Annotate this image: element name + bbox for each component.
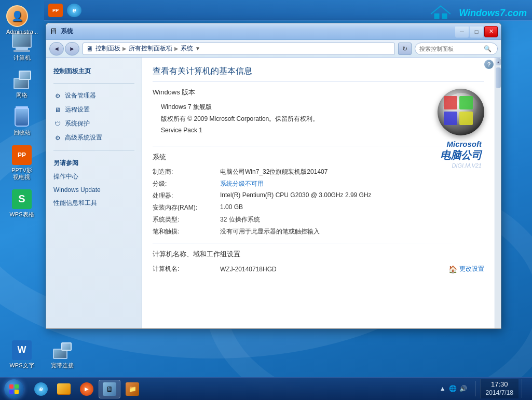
scrollbar[interactable]: ▲: [495, 58, 501, 328]
processor-label: 处理器:: [153, 191, 220, 200]
network-conn-label: 宽带连接: [51, 362, 74, 369]
windows-logo-area: Microsoft 电脑公司 DIGI.M.V21: [438, 89, 484, 169]
copyright-value: 版权所有 © 2009 Microsoft Corporation。保留所有权利…: [153, 115, 319, 123]
system-info-row-1: 分级: 系统分级不可用: [153, 178, 484, 190]
svg-rect-1: [442, 13, 447, 19]
sidebar-main-title[interactable]: 控制面板主页: [46, 64, 142, 78]
ram-value: 1.00 GB: [220, 203, 484, 211]
sidebar-windows-update[interactable]: Windows Update: [46, 184, 142, 196]
taskbar-archive[interactable]: 📁: [121, 380, 143, 398]
network-tray-icon[interactable]: 🌐: [448, 384, 458, 393]
admin-label: 👤 Administra...: [6, 5, 38, 35]
path-sep-1: ▶: [122, 46, 127, 51]
svg-rect-5: [15, 390, 19, 394]
control-panel-icon: 🖥: [102, 382, 117, 396]
sidebar-performance[interactable]: 性能信息和工具: [46, 196, 142, 210]
start-button[interactable]: [0, 378, 28, 401]
refresh-button[interactable]: ↻: [398, 43, 412, 55]
network-icon-label: 网络: [16, 92, 28, 99]
desktop-icons-bottom: W WPS文字 宽带连接: [4, 338, 80, 371]
back-button[interactable]: ◄: [49, 42, 64, 56]
device-manager-icon: ⚙: [53, 92, 62, 100]
top-icon-ie[interactable]: e: [66, 3, 83, 18]
taskbar-items: e ▶ 🖥: [28, 378, 145, 400]
path-control-panel: 控制面板: [96, 44, 120, 53]
maximize-button[interactable]: □: [470, 26, 483, 37]
edition-row: Windows 7 旗舰版: [153, 101, 484, 113]
manufacturer-value: 电脑公司Win7_32位旗舰装机版201407: [220, 168, 484, 176]
archive-icon: 📁: [125, 382, 140, 396]
section-divider-2: [153, 243, 484, 243]
change-settings-link[interactable]: 🏠 更改设置: [448, 265, 484, 273]
volume-tray-icon[interactable]: 🔊: [459, 384, 468, 393]
taskbar-explorer[interactable]: [53, 380, 75, 398]
windows-version-header: Windows 版本: [153, 88, 484, 97]
system-info-row-3: 安装内存(RAM): 1.00 GB: [153, 202, 484, 214]
help-button[interactable]: ?: [484, 60, 494, 69]
tray-icons: ▲ 🌐 🔊: [435, 384, 471, 393]
system-header: 系统: [153, 153, 484, 162]
brand-watermark: DIGI.M.V21: [440, 162, 482, 169]
path-all-items: 所有控制面板项: [129, 44, 172, 53]
advanced-settings-icon: ⚙: [53, 134, 62, 142]
svg-rect-4: [9, 390, 13, 394]
page-title: 查看有关计算机的基本信息: [153, 66, 484, 81]
sidebar-remote-settings[interactable]: 🖥 远程设置: [46, 103, 142, 117]
desktop-icon-network[interactable]: 网络: [4, 67, 39, 101]
system-info-row-4: 系统类型: 32 位操作系统: [153, 214, 484, 226]
path-dropdown-arrow[interactable]: ▼: [195, 46, 200, 51]
sidebar-device-manager[interactable]: ⚙ 设备管理器: [46, 89, 142, 103]
pen-value: 没有可用于此显示器的笔或触控输入: [220, 227, 484, 236]
wps-icon-label: WPS表格: [9, 211, 34, 218]
content-area: 控制面板主页 ⚙ 设备管理器 🖥 远程设置 🛡 系统保护 ⚙ 高级系统设置: [46, 58, 501, 328]
search-icon: 🔍: [484, 45, 492, 52]
titlebar: 🖥 系统 ─ □ ✕: [46, 23, 501, 40]
svg-rect-2: [9, 384, 13, 389]
window-icon: 🖥: [49, 27, 58, 36]
forward-button[interactable]: ►: [65, 42, 79, 56]
clock-date: 2014/7/18: [486, 389, 513, 397]
computer-name-header: 计算机名称、域和工作组设置: [153, 250, 484, 259]
system-window: 🖥 系统 ─ □ ✕ ◄ ► 🖥 控制面板: [46, 23, 501, 329]
sidebar-system-protection[interactable]: 🛡 系统保护: [46, 117, 142, 131]
sidebar-divider-2: [53, 150, 134, 150]
svg-rect-3: [15, 384, 19, 389]
desktop-icon-pptv[interactable]: PP PPTV影视电视: [4, 143, 39, 183]
pptv-icon-label: PPTV影视电视: [11, 167, 32, 181]
folder-icon: [57, 382, 71, 396]
clock-area[interactable]: 17:30 2014/7/18: [480, 379, 519, 398]
top-icon-pptv[interactable]: PP: [47, 3, 64, 18]
pen-label: 笔和触摸:: [153, 227, 220, 236]
search-input[interactable]: [419, 46, 482, 52]
sidebar-advanced-settings[interactable]: ⚙ 高级系统设置: [46, 131, 142, 145]
desktop-icon-wps[interactable]: S WPS表格: [4, 187, 39, 220]
taskbar-control-panel[interactable]: 🖥: [99, 380, 120, 398]
address-path[interactable]: 🖥 控制面板 ▶ 所有控制面板项 ▶ 系统 ▼: [83, 43, 395, 55]
sidebar-also-see: 另请参阅: [46, 156, 142, 170]
desktop-icon-computer[interactable]: 计算机: [4, 30, 39, 63]
pc-brand: 电脑公司: [440, 148, 482, 162]
path-system: 系统: [181, 44, 193, 53]
search-box[interactable]: 🔍: [415, 43, 498, 55]
show-desktop-button[interactable]: [522, 379, 528, 398]
desktop-icon-network-conn[interactable]: 宽带连接: [45, 338, 80, 371]
sidebar-action-center[interactable]: 操作中心: [46, 170, 142, 184]
copyright-row: 版权所有 © 2009 Microsoft Corporation。保留所有权利…: [153, 113, 484, 125]
window-controls: ─ □ ✕: [455, 26, 498, 37]
minimize-button[interactable]: ─: [455, 26, 469, 37]
rating-value[interactable]: 系统分级不可用: [220, 180, 484, 188]
desktop: Windows7.com PP e 👤 Administra...: [0, 0, 532, 400]
section-divider-1: [153, 146, 484, 146]
system-info-row-2: 处理器: Intel(R) Pentium(R) CPU G2030 @ 3.0…: [153, 190, 484, 202]
taskbar-media[interactable]: ▶: [76, 380, 98, 398]
service-pack-row: Service Pack 1: [153, 125, 484, 135]
start-orb[interactable]: [4, 379, 24, 399]
desktop-icon-recycle[interactable]: 回收站: [4, 105, 39, 138]
tray-expand-icon[interactable]: ▲: [438, 384, 447, 393]
scroll-handle[interactable]: [496, 67, 501, 88]
taskbar-ie[interactable]: e: [30, 380, 52, 398]
close-button[interactable]: ✕: [484, 26, 498, 37]
nav-buttons: ◄ ►: [49, 42, 79, 56]
desktop-icon-wps-word[interactable]: W WPS文字: [4, 338, 39, 371]
desktop-icons-left: 计算机 网络 回收站 PP: [4, 30, 39, 220]
